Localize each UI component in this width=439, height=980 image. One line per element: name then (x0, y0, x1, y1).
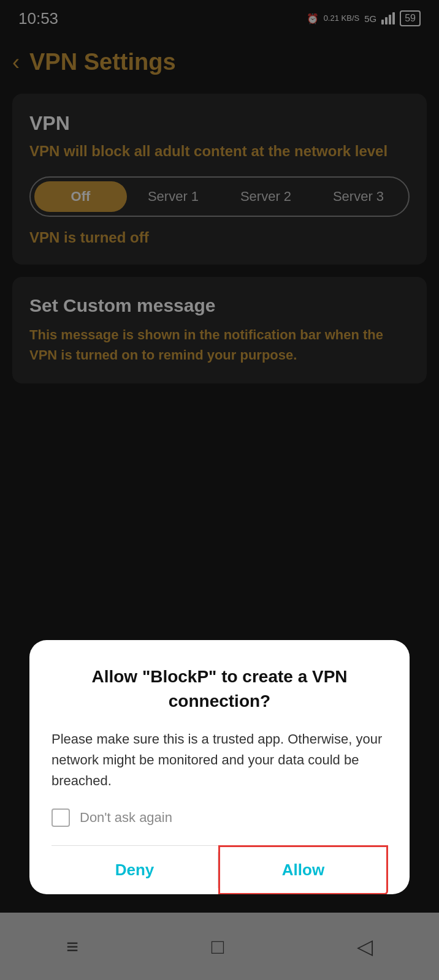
checkbox-label: Don't ask again (80, 810, 172, 826)
deny-button[interactable]: Deny (52, 846, 218, 894)
allow-button[interactable]: Allow (218, 845, 388, 894)
dialog-title: Allow "BlockP" to create a VPN connectio… (52, 665, 387, 712)
vpn-permission-dialog: Allow "BlockP" to create a VPN connectio… (29, 640, 410, 894)
dialog-checkbox-row[interactable]: Don't ask again (52, 809, 387, 827)
dont-ask-checkbox[interactable] (52, 809, 70, 827)
dialog-actions: Deny Allow (52, 845, 387, 894)
dialog-body: Please make sure this is a trusted app. … (52, 729, 387, 791)
